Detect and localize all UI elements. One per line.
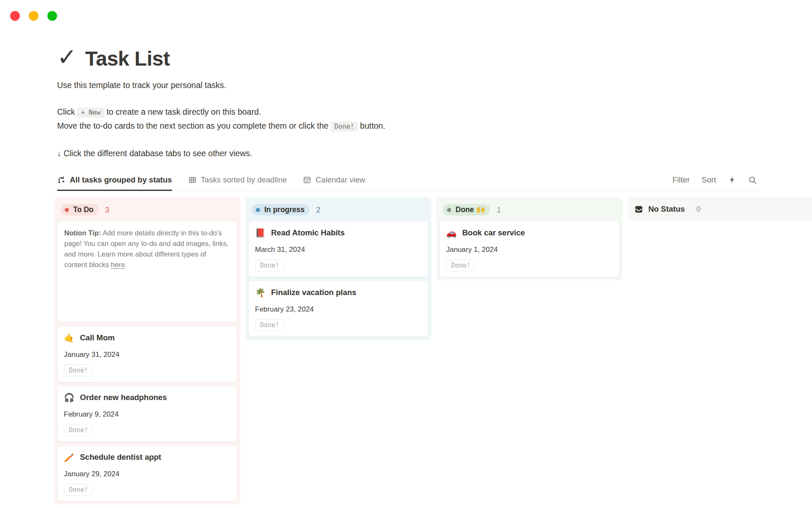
column-done-header: Done 🙌 1	[439, 200, 620, 221]
notion-tip-card: Notion Tip: Add more details directly in…	[57, 221, 237, 323]
window-controls	[10, 11, 57, 21]
task-date: March 31, 2024	[255, 246, 422, 254]
column-count: 2	[316, 205, 320, 215]
search-icon[interactable]	[748, 176, 757, 185]
tip-text: Notion Tip: Add more details directly in…	[64, 228, 230, 270]
minimize-button[interactable]	[29, 11, 38, 21]
inbox-icon	[634, 205, 643, 214]
status-dot-done	[447, 208, 451, 212]
task-title: 🤙 Call Mom	[64, 332, 230, 342]
column-no-status: No Status 0	[628, 197, 812, 221]
task-date: January 1, 2024	[446, 246, 613, 254]
database-toolbar: All tasks grouped by status Tasks sorted…	[57, 175, 757, 191]
task-title: 🚗 Book car service	[446, 227, 613, 237]
instruction-line-3: ↓ Click the different database tabs to s…	[57, 149, 662, 158]
task-card[interactable]: 🪥 Schedule dentist appt January 29, 2024…	[57, 445, 237, 502]
table-icon	[188, 176, 197, 184]
column-done: Done 🙌 1 🚗 Book car service January 1, 2…	[436, 197, 623, 280]
calendar-icon	[303, 176, 311, 184]
task-card[interactable]: 🚗 Book car service January 1, 2024 Done!	[439, 221, 620, 277]
status-dot-in-progress	[256, 208, 260, 212]
done-button[interactable]: Done!	[255, 260, 284, 271]
task-card[interactable]: 🎧 Order new headphones February 9, 2024 …	[57, 386, 237, 442]
task-title: 🌴 Finalize vacation plans	[255, 287, 422, 297]
tab-calendar-view[interactable]: Calendar view	[303, 175, 365, 190]
task-title: 📕 Read Atomic Habits	[255, 227, 422, 237]
here-link[interactable]: here	[111, 261, 125, 268]
status-pill-todo[interactable]: To Do	[60, 204, 99, 215]
call-me-hand-emoji: 🤙	[64, 334, 74, 342]
zoom-button[interactable]	[47, 11, 57, 21]
column-in-progress: In progress 2 📕 Read Atomic Habits March…	[245, 197, 431, 340]
task-date: February 9, 2024	[64, 410, 230, 419]
task-title: 🎧 Order new headphones	[64, 392, 230, 402]
page-title-text: Task List	[85, 47, 170, 70]
red-book-emoji: 📕	[255, 229, 266, 237]
view-tabs: All tasks grouped by status Tasks sorted…	[57, 175, 365, 190]
tab-tasks-sorted-by-deadline[interactable]: Tasks sorted by deadline	[188, 175, 287, 190]
lightning-icon[interactable]	[728, 176, 736, 184]
tab-all-tasks-grouped-by-status[interactable]: All tasks grouped by status	[57, 175, 172, 190]
instructions: Click+ Newto create a new task directly …	[57, 105, 662, 133]
done-button[interactable]: Done!	[64, 484, 93, 496]
done-button[interactable]: Done!	[64, 364, 93, 376]
column-todo-header: To Do 3	[57, 200, 237, 221]
column-count: 3	[105, 205, 109, 215]
page-header: ✓ Task List Use this template to track y…	[57, 47, 662, 158]
done-chip: Done!	[331, 121, 358, 132]
headphones-emoji: 🎧	[64, 393, 74, 402]
instruction-line-1: Click+ Newto create a new task directly …	[57, 105, 662, 119]
column-todo: To Do 3 Notion Tip: Add more details dir…	[54, 197, 240, 505]
page-subtitle: Use this template to track your personal…	[57, 80, 662, 90]
status-pill-done[interactable]: Done 🙌	[443, 204, 490, 215]
task-title: 🪥 Schedule dentist appt	[64, 451, 230, 462]
task-date: January 29, 2024	[64, 470, 230, 478]
checkmark-icon: ✓	[57, 45, 77, 69]
column-in-progress-header: In progress 2	[248, 200, 428, 221]
column-count: 1	[497, 205, 501, 215]
page-title: ✓ Task List	[57, 47, 662, 70]
instruction-line-2: Move the to-do cards to the next section…	[57, 119, 662, 133]
close-button[interactable]	[10, 11, 20, 21]
task-card[interactable]: 📕 Read Atomic Habits March 31, 2024 Done…	[248, 221, 428, 277]
task-card[interactable]: 🌴 Finalize vacation plans February 23, 2…	[248, 281, 428, 337]
toothbrush-emoji: 🪥	[64, 453, 74, 461]
car-emoji: 🚗	[446, 229, 457, 237]
status-cycle-icon	[57, 176, 66, 184]
done-button[interactable]: Done!	[255, 319, 284, 331]
column-count: 0	[696, 204, 700, 214]
column-no-status-header[interactable]: No Status 0	[631, 200, 809, 218]
task-date: January 31, 2024	[64, 351, 230, 359]
done-button[interactable]: Done!	[64, 424, 93, 436]
sort-button[interactable]: Sort	[702, 175, 716, 185]
toolbar-actions: Filter Sort	[672, 175, 757, 190]
status-dot-todo	[65, 208, 69, 212]
kanban-board: To Do 3 Notion Tip: Add more details dir…	[54, 197, 812, 505]
done-button[interactable]: Done!	[446, 260, 475, 271]
filter-button[interactable]: Filter	[672, 175, 690, 185]
new-chip: + New	[77, 108, 104, 118]
task-date: February 23, 2024	[255, 305, 422, 314]
palm-tree-emoji: 🌴	[255, 288, 266, 297]
task-card[interactable]: 🤙 Call Mom January 31, 2024 Done!	[57, 326, 237, 382]
status-pill-in-progress[interactable]: In progress	[252, 204, 310, 215]
